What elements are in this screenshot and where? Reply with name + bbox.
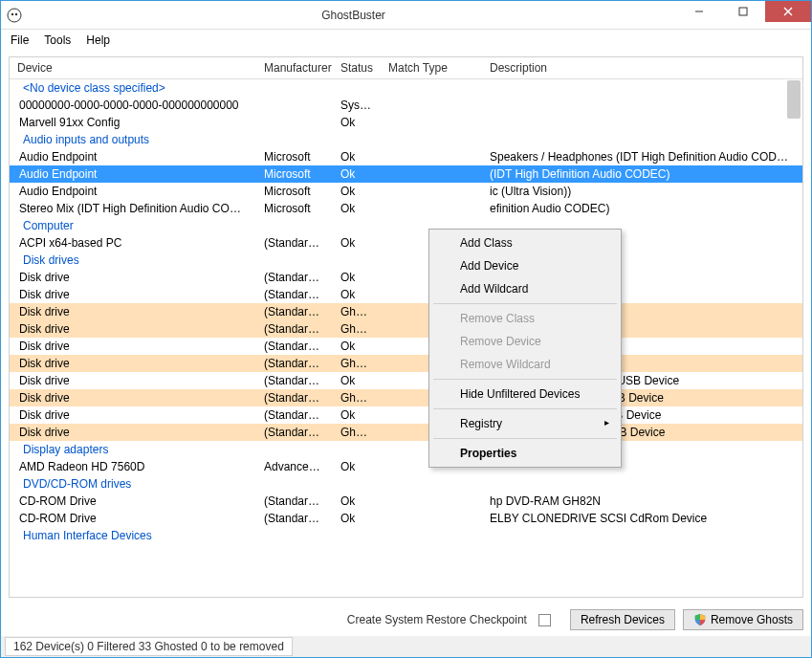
- cell-status: Ghosted: [333, 424, 381, 441]
- cell-device: Audio Endpoint: [10, 165, 256, 183]
- refresh-devices-button[interactable]: Refresh Devices: [570, 609, 675, 630]
- ctx-registry[interactable]: Registry: [431, 412, 619, 435]
- cell-status: Ok: [333, 510, 381, 527]
- table-row[interactable]: Disk drive(Standard di...GhostedUSB Devi…: [10, 355, 802, 372]
- column-header-status[interactable]: Status: [333, 57, 381, 78]
- checkpoint-checkbox[interactable]: [538, 614, 551, 626]
- cell-status: Ok: [333, 148, 381, 165]
- cell-mfr: (Standard di...: [256, 320, 333, 338]
- table-header: DeviceManufacturerStatusMatch TypeDescri…: [10, 57, 802, 79]
- cell-mfr: (Standard di...: [256, 303, 333, 320]
- ctx-properties[interactable]: Properties: [431, 442, 619, 465]
- cell-device: Disk drive: [10, 355, 256, 372]
- group-header[interactable]: Human Interface Devices: [10, 527, 802, 544]
- table-row[interactable]: ACPI x64-based PC(Standard c...Ok: [10, 234, 802, 252]
- remove-ghosts-button[interactable]: Remove Ghosts: [683, 609, 803, 630]
- table-row[interactable]: Disk drive(Standard di...GhostedSanDisk …: [10, 424, 802, 441]
- table-row[interactable]: Marvell 91xx ConfigOk: [10, 114, 802, 131]
- menu-help[interactable]: Help: [86, 33, 110, 47]
- table-row[interactable]: AMD Radeon HD 7560DAdvanced ...Ok: [10, 458, 802, 475]
- ctx-add-device[interactable]: Add Device: [431, 254, 619, 277]
- cell-status: Ok: [333, 200, 381, 217]
- cell-device: CD-ROM Drive: [10, 493, 256, 510]
- cell-status: Ok: [333, 165, 381, 183]
- column-header-manufacturer[interactable]: Manufacturer: [256, 57, 333, 78]
- menubar: File Tools Help: [1, 30, 811, 51]
- cell-match: [381, 114, 482, 131]
- cell-device: Stereo Mix (IDT High Definition Audio CO…: [10, 200, 256, 217]
- cell-device: Disk drive: [10, 338, 256, 355]
- table-row[interactable]: Disk drive(Standard di...Ghosted: [10, 303, 802, 320]
- cell-status: Ok: [333, 458, 381, 475]
- group-header[interactable]: DVD/CD-ROM drives: [10, 475, 802, 493]
- table-row[interactable]: Audio EndpointMicrosoftOkSpeakers / Head…: [10, 148, 802, 165]
- cell-desc: Speakers / Headphones (IDT High Definiti…: [482, 148, 802, 165]
- ctx-hide-unfiltered[interactable]: Hide Unfiltered Devices: [431, 383, 619, 406]
- cell-mfr: (Standard di...: [256, 338, 333, 355]
- table-row[interactable]: Stereo Mix (IDT High Definition Audio CO…: [10, 200, 802, 217]
- table-row[interactable]: Audio EndpointMicrosoftOk(IDT High Defin…: [10, 165, 802, 183]
- app-icon: [7, 8, 22, 23]
- table-row[interactable]: Disk drive(Standard di...GhostedIC25N080…: [10, 389, 802, 406]
- cell-device: Disk drive: [10, 303, 256, 320]
- cell-mfr: (Standard C...: [256, 493, 333, 510]
- menu-file[interactable]: File: [11, 33, 29, 47]
- ctx-remove-device: Remove Device: [431, 330, 619, 353]
- svg-point-0: [8, 9, 21, 22]
- cell-device: Disk drive: [10, 269, 256, 286]
- cell-mfr: Microsoft: [256, 200, 333, 217]
- table-row[interactable]: Disk drive(Standard di...Ok Device: [10, 286, 802, 303]
- cell-mfr: (Standard di...: [256, 286, 333, 303]
- column-header-match[interactable]: Match Type: [381, 57, 482, 78]
- scrollbar-thumb[interactable]: [787, 80, 801, 119]
- cell-mfr: (Standard C...: [256, 510, 333, 527]
- table-row[interactable]: Disk drive(Standard di...Ghosted2A7B2: [10, 320, 802, 338]
- table-row[interactable]: Disk drive(Standard di...Oke USB Device: [10, 269, 802, 286]
- column-header-description[interactable]: Description: [482, 57, 802, 78]
- table-row[interactable]: 00000000-0000-0000-0000-000000000000Syst…: [10, 97, 802, 114]
- cell-device: Disk drive: [10, 372, 256, 389]
- cell-desc: ELBY CLONEDRIVE SCSI CdRom Device: [482, 510, 802, 527]
- ctx-add-wildcard[interactable]: Add Wildcard: [431, 277, 619, 300]
- table-row[interactable]: Disk drive(Standard di...OkGeneric- Comp…: [10, 372, 802, 389]
- cell-device: Disk drive: [10, 320, 256, 338]
- cell-desc: ic (Ultra Vision)): [482, 183, 802, 200]
- group-header[interactable]: Computer: [10, 217, 802, 234]
- cell-device: Audio Endpoint: [10, 148, 256, 165]
- cell-mfr: (Standard di...: [256, 372, 333, 389]
- menu-tools[interactable]: Tools: [44, 33, 71, 47]
- cell-status: System: [333, 97, 381, 114]
- column-header-device[interactable]: Device: [10, 57, 256, 78]
- svg-point-1: [11, 12, 13, 14]
- table-row[interactable]: CD-ROM Drive(Standard C...OkELBY CLONEDR…: [10, 510, 802, 527]
- cell-match: [381, 148, 482, 165]
- cell-match: [381, 97, 482, 114]
- maximize-button[interactable]: [721, 1, 765, 22]
- cell-status: Ghosted: [333, 389, 381, 406]
- cell-status: Ok: [333, 269, 381, 286]
- cell-mfr: Microsoft: [256, 165, 333, 183]
- checkpoint-label: Create System Restore Checkpoint: [347, 613, 527, 626]
- cell-match: [381, 510, 482, 527]
- cell-device: Disk drive: [10, 406, 256, 424]
- table-row[interactable]: CD-ROM Drive(Standard C...Okhp DVD-RAM G…: [10, 493, 802, 510]
- ctx-add-class[interactable]: Add Class: [431, 231, 619, 254]
- cell-mfr: (Standard di...: [256, 424, 333, 441]
- cell-match: [381, 165, 482, 183]
- group-header[interactable]: Display adapters: [10, 441, 802, 458]
- group-header[interactable]: Disk drives: [10, 252, 802, 269]
- cell-device: 00000000-0000-0000-0000-000000000000: [10, 97, 256, 114]
- table-row[interactable]: Disk drive(Standard di...OkGeneric- MS/M…: [10, 406, 802, 424]
- table-row[interactable]: Disk drive(Standard di...Ok2: [10, 338, 802, 355]
- close-button[interactable]: [765, 1, 811, 22]
- titlebar: GhostBuster: [1, 1, 811, 30]
- group-header[interactable]: Audio inputs and outputs: [10, 131, 802, 148]
- cell-mfr: Advanced ...: [256, 458, 333, 475]
- cell-device: AMD Radeon HD 7560D: [10, 458, 256, 475]
- cell-status: Ok: [333, 493, 381, 510]
- group-header[interactable]: <No device class specified>: [10, 79, 802, 97]
- context-menu: Add Class Add Device Add Wildcard Remove…: [428, 229, 622, 468]
- table-row[interactable]: Audio EndpointMicrosoftOkic (Ultra Visio…: [10, 183, 802, 200]
- cell-status: Ok: [333, 234, 381, 252]
- minimize-button[interactable]: [677, 1, 721, 22]
